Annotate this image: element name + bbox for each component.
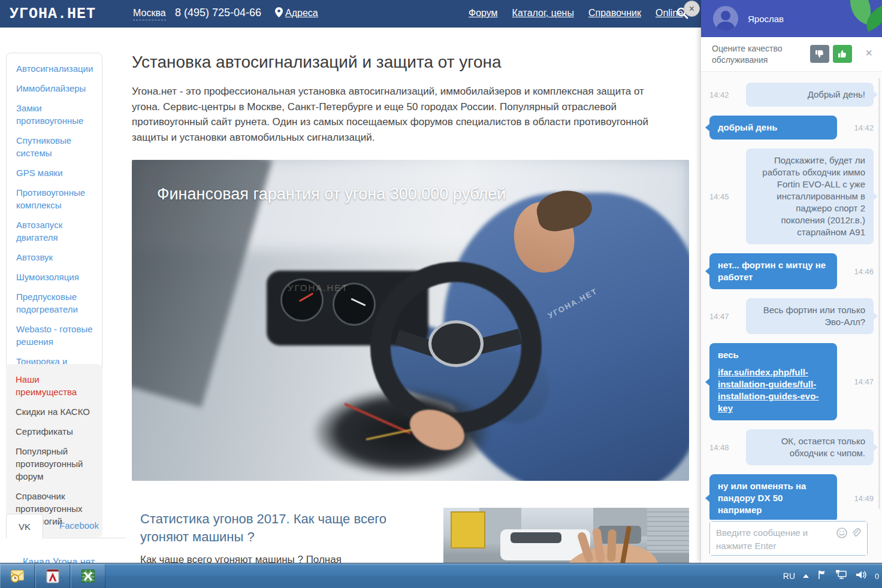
article-art [647,508,689,553]
chat-message: 14:42Добрый день! [709,83,874,107]
message-text: весь [718,350,739,360]
chat-message: 14:47весьifar.su/index.php/full-installa… [709,343,874,420]
taskbar-pdf-button[interactable] [35,564,70,588]
thumbs-down-button[interactable] [810,45,829,63]
info-list: Наши преимуществаСкидки на КАСКОСертифик… [6,364,102,537]
chat-widget: Ярослав Оцените качество обслуживания × … [701,0,882,563]
header-nav-link[interactable]: Форум [469,8,498,19]
taskbar-outlook-button[interactable] [0,564,35,588]
message-bubble: Добрый день! [746,83,874,107]
message-text: Добрый день! [808,89,865,99]
sidebar-item-catalog[interactable]: Автозвук [16,251,97,263]
hero-image: УГОНА.НЕТ УГОНА.НЕТ Финансовая гарантия … [132,160,689,481]
message-time: 14:45 [709,192,729,201]
sidebar-item-catalog[interactable]: Шумоизоляция [16,271,97,283]
message-time: 14:47 [709,312,729,321]
page: УГОНА.НЕТ Москва 8 (495) 725-04-66 Адрес… [0,0,882,588]
excel-icon [80,568,96,584]
system-tray: RU 0 [783,563,882,588]
sidebar-item-catalog[interactable]: Автосигнализации [16,62,97,75]
sidebar-item-catalog[interactable]: Предпусковые подогреватели [16,290,97,316]
article-art [598,526,641,544]
attach-file-icon[interactable] [850,527,862,541]
rate-bar: Оцените качество обслуживания × [701,37,882,72]
message-time: 14:48 [709,443,729,452]
show-hidden-icons-arrow[interactable] [803,574,809,578]
taskbar: RU 0 [0,563,882,588]
message-bubble: добрый день [709,116,837,140]
addresses-link[interactable]: Адреса [285,8,318,19]
city-selector[interactable]: Москва [133,8,166,20]
message-text: добрый день [718,122,777,132]
hero-watermark-faint: УГОНА.НЕТ [288,283,348,293]
chat-message: 14:46нет... фортин с митцу не работет [709,253,874,289]
hero-art [428,320,484,367]
emoji-icon[interactable] [836,527,848,541]
phone-number: 8 (495) 725-04-66 [175,7,261,19]
operator-avatar [713,6,738,31]
sidebar-item-catalog[interactable]: Webasto - готовые решения [16,323,97,348]
message-time: 14:49 [854,494,874,503]
chat-messages: 14:42Добрый день!14:42добрый день14:45По… [701,72,882,520]
rate-close-icon[interactable]: × [865,47,872,59]
message-time: 14:42 [854,123,874,132]
article-art [451,511,485,548]
article-title[interactable]: Статистика угонов 2017. Как чаще всего у… [140,510,398,546]
message-bubble: ну или опменять на пандору DX 50 наприме… [709,474,837,520]
message-link[interactable]: ifar.su/index.php/full-installation-guid… [718,366,829,414]
sidebar-item-info[interactable]: Скидки на КАСКО [16,405,98,418]
tab-facebook[interactable]: Facebook [43,514,115,538]
sidebar-item-catalog[interactable]: Автозапуск двигателя [16,219,97,244]
chat-header: Ярослав [701,0,882,37]
hero-caption: Финансовая гарантия от угона 300.000 руб… [157,185,506,204]
site-logo[interactable]: УГОНА.НЕТ [10,5,96,23]
outlook-icon [9,568,26,584]
message-text: ОК, остается только обходчик с чипом. [781,436,865,458]
operator-name: Ярослав [748,14,784,24]
header-nav: ФорумКаталог, ценыСправочникOnline [469,8,683,19]
sidebar-item-catalog[interactable]: Противоугонные комплексы [16,186,97,211]
sidebar-item-info[interactable]: Популярный противоугонный форум [16,445,98,483]
rate-label: Оцените качество обслуживания [712,43,808,66]
network-icon[interactable] [835,569,847,583]
message-bubble: нет... фортин с митцу не работет [709,253,837,289]
language-indicator[interactable]: RU [783,571,795,581]
chat-message: 14:49ну или опменять на пандору DX 50 на… [709,474,874,520]
tab-divider [43,538,126,538]
thumbs-up-button[interactable] [833,45,852,63]
header-nav-link[interactable]: Каталог, цены [512,8,574,19]
clock[interactable]: 0 [875,572,881,581]
sidebar-item-info[interactable]: Сертификаты [16,425,98,438]
message-text: нет... фортин с митцу не работет [718,260,826,282]
sidebar-item-catalog[interactable]: Иммобилайзеры [16,82,97,95]
adobe-reader-icon [44,568,61,584]
taskbar-excel-button[interactable] [71,564,105,588]
chat-minimize-icon[interactable]: × [684,1,700,17]
page-title: Установка автосигнализаций и защита от у… [132,53,671,72]
sidebar-item-catalog[interactable]: Замки противоугонные [16,102,97,127]
chat-input-box [709,521,868,556]
sidebar-item-catalog[interactable]: Спутниковые системы [16,134,97,159]
action-center-flag-icon[interactable] [817,569,827,583]
message-time: 14:47 [854,377,874,386]
article-art [607,529,617,562]
intro-paragraph: Угона.нет - это профессиональная установ… [132,84,666,145]
message-bubble: весьifar.su/index.php/full-installation-… [709,343,837,420]
article-art [511,532,561,543]
chat-scrollbar[interactable] [878,78,880,509]
message-text: Весь фортин или только Эво-Алл? [763,305,865,327]
message-bubble: Подскажите, будет ли работать обходчик и… [746,148,874,244]
sidebar-item-catalog[interactable]: GPS маяки [16,166,97,179]
sidebar-item-info[interactable]: Наши преимущества [16,373,98,398]
header-nav-link[interactable]: Справочник [588,8,641,19]
message-time: 14:42 [709,90,729,99]
message-text: Подскажите, будет ли работать обходчик и… [762,155,865,237]
chat-message: 14:42добрый день [709,116,874,140]
social-tabs: VK Facebook [6,514,126,538]
chat-message: 14:48ОК, остается только обходчик с чипо… [709,429,874,465]
message-bubble: Весь фортин или только Эво-Алл? [746,298,874,334]
volume-icon[interactable] [855,569,867,583]
tab-vk[interactable]: VK [6,514,43,538]
message-bubble: ОК, остается только обходчик с чипом. [746,429,874,465]
location-pin-icon [275,7,283,20]
